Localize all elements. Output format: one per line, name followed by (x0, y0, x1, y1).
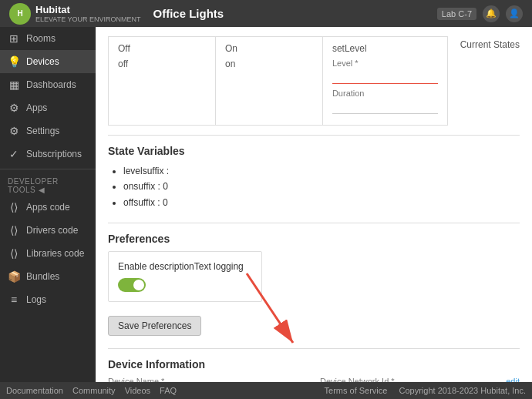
dev-tools-section: Developer tools ◀ (0, 173, 96, 196)
enable-logging-label: Enable descriptionText logging (118, 261, 252, 272)
main-content: Off off On on setLevel Level * (96, 27, 532, 382)
lab-badge: Lab C-7 (437, 8, 476, 20)
duration-input[interactable] (332, 99, 438, 114)
network-id-edit[interactable]: edit (506, 377, 520, 382)
state-variables-section: State Variables levelsuffix : onsuffix :… (108, 145, 520, 210)
sidebar-label-bundles: Bundles (26, 271, 59, 282)
command-boxes: Off off On on setLevel Level * (108, 36, 448, 126)
device-information-section: Device Information (108, 358, 520, 382)
community-link[interactable]: Community (72, 386, 116, 395)
top-bar: H Hubitat ELEVATE YOUR ENVIRONMENT Offic… (0, 0, 532, 27)
logs-icon: ≡ (8, 293, 20, 306)
network-id-label: Device Network Id * (320, 377, 395, 382)
command-box-setlevel: setLevel Level * Duration (323, 37, 447, 125)
apps-icon: ⚙ (8, 102, 20, 114)
sidebar-label-libraries-code: Libraries code (26, 248, 84, 259)
apps-code-icon: ⟨⟩ (8, 201, 20, 213)
bottom-bar: Documentation Community Videos FAQ Terms… (0, 382, 532, 399)
top-right-area: Lab C-7 🔔 👤 (437, 5, 523, 22)
copyright: Copyright 2018-2023 Hubitat, Inc. (399, 386, 527, 395)
notification-button[interactable]: 🔔 (483, 5, 500, 22)
bottom-right: Terms of Service Copyright 2018-2023 Hub… (325, 386, 526, 395)
page-title: Office Lights (153, 7, 224, 20)
level-field: Level * (332, 59, 438, 84)
sidebar-item-apps[interactable]: ⚙ Apps (0, 96, 96, 119)
sidebar-item-bundles[interactable]: 📦 Bundles (0, 265, 96, 288)
off-title: Off (118, 43, 206, 54)
faq-link[interactable]: FAQ (160, 386, 177, 395)
sidebar-item-settings[interactable]: ⚙ Settings (0, 119, 96, 142)
dashboards-icon: ▦ (8, 79, 20, 91)
sidebar-item-devices[interactable]: 💡 Devices (0, 50, 96, 73)
level-label: Level * (332, 59, 438, 68)
network-id-field: Device Network Id * edit Group_763 (320, 377, 520, 382)
sidebar-label-apps-code: Apps code (26, 202, 70, 213)
sidebar-item-drivers-code[interactable]: ⟨⟩ Drivers code (0, 219, 96, 242)
main-area: ⊞ Rooms 💡 Devices ▦ Dashboards ⚙ Apps ⚙ … (0, 27, 532, 382)
sidebar-label-rooms: Rooms (26, 33, 56, 44)
logging-toggle[interactable] (118, 278, 146, 292)
state-variables-list: levelsuffix : onsuffix : 0 offsuffix : 0 (123, 163, 520, 210)
sidebar-item-rooms[interactable]: ⊞ Rooms (0, 27, 96, 50)
command-box-on: On on (216, 37, 323, 125)
duration-label: Duration (332, 89, 438, 98)
divider-after-prefs (108, 348, 520, 349)
save-preferences-button[interactable]: Save Preferences (108, 316, 201, 336)
sidebar-label-dashboards: Dashboards (26, 79, 76, 90)
device-name-label: Device Name * (108, 377, 308, 382)
state-var-offsuffix: offsuffix : 0 (123, 195, 520, 210)
sidebar-item-logs[interactable]: ≡ Logs (0, 288, 96, 311)
divider-after-commands (108, 135, 520, 136)
device-info-title: Device Information (108, 358, 520, 370)
drivers-code-icon: ⟨⟩ (8, 224, 20, 236)
sidebar-label-apps: Apps (26, 102, 47, 113)
devices-icon: 💡 (8, 55, 20, 68)
logo-area: H Hubitat ELEVATE YOUR ENVIRONMENT (9, 3, 141, 25)
sidebar-item-libraries-code[interactable]: ⟨⟩ Libraries code (0, 242, 96, 265)
documentation-link[interactable]: Documentation (6, 386, 63, 395)
state-var-levelsuffix: levelsuffix : (123, 163, 520, 179)
device-name-field: Device Name * New Inovelli Group Bind Te… (108, 377, 308, 382)
device-name-row: Device Name * New Inovelli Group Bind Te… (108, 377, 520, 382)
brand-info: Hubitat ELEVATE YOUR ENVIRONMENT (35, 4, 141, 23)
save-prefs-wrapper: Save Preferences (108, 316, 520, 336)
rooms-icon: ⊞ (8, 32, 20, 45)
sidebar-label-logs: Logs (26, 294, 46, 305)
settings-icon: ⚙ (8, 125, 20, 137)
state-var-onsuffix: onsuffix : 0 (123, 179, 520, 194)
sidebar-label-drivers-code: Drivers code (26, 225, 78, 236)
setlevel-title: setLevel (332, 43, 438, 54)
brand-sub: ELEVATE YOUR ENVIRONMENT (35, 15, 141, 23)
command-box-off: Off off (109, 37, 216, 125)
sidebar-divider (0, 169, 96, 169)
sidebar: ⊞ Rooms 💡 Devices ▦ Dashboards ⚙ Apps ⚙ … (0, 27, 96, 382)
brand-name: Hubitat (35, 4, 70, 15)
sidebar-item-dashboards[interactable]: ▦ Dashboards (0, 73, 96, 96)
level-input[interactable] (332, 69, 438, 84)
on-title: On (225, 43, 313, 54)
sidebar-item-subscriptions[interactable]: ✓ Subscriptions (0, 142, 96, 166)
sidebar-label-subscriptions: Subscriptions (26, 149, 82, 159)
libraries-code-icon: ⟨⟩ (8, 247, 20, 260)
videos-link[interactable]: Videos (125, 386, 150, 395)
preferences-section: Preferences Enable descriptionText loggi… (108, 233, 520, 336)
bundles-icon: 📦 (8, 270, 20, 283)
dev-section-toggle[interactable]: ◀ (39, 186, 45, 194)
app-wrapper: H Hubitat ELEVATE YOUR ENVIRONMENT Offic… (0, 0, 532, 399)
sidebar-item-apps-code[interactable]: ⟨⟩ Apps code (0, 196, 96, 219)
off-value: off (118, 59, 206, 69)
sidebar-label-devices: Devices (26, 56, 59, 67)
dev-section-label: Developer tools (8, 177, 59, 194)
duration-field: Duration (332, 89, 438, 114)
current-states-label: Current States (448, 36, 520, 126)
sidebar-label-settings: Settings (26, 126, 59, 136)
content-inner: Off off On on setLevel Level * (96, 27, 532, 382)
divider-after-statevars (108, 223, 520, 223)
toggle-knob (133, 280, 144, 290)
preferences-title: Preferences (108, 233, 520, 245)
on-value: on (225, 59, 313, 69)
pref-box: Enable descriptionText logging (108, 251, 262, 302)
user-button[interactable]: 👤 (506, 5, 523, 22)
terms-link[interactable]: Terms of Service (325, 386, 388, 395)
hubitat-logo: H (9, 3, 31, 25)
